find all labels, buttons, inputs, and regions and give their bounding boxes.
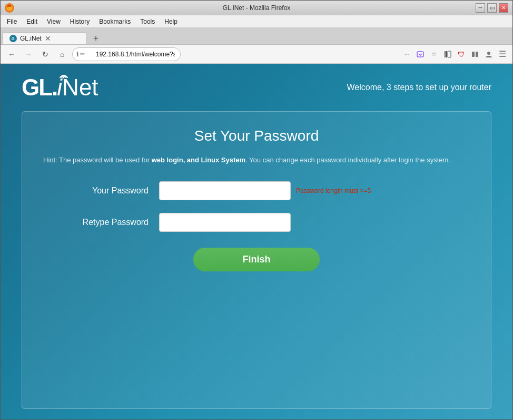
logo-inet-section: iNet: [57, 74, 98, 101]
close-button[interactable]: ✕: [499, 3, 508, 13]
svg-rect-5: [445, 51, 446, 57]
new-tab-button[interactable]: +: [89, 33, 103, 44]
logo-gl-text: GL.: [22, 74, 57, 101]
firefox-icon: [5, 3, 14, 13]
title-bar-controls: ─ ▭ ✕: [476, 3, 508, 13]
info-icon: ℹ: [76, 51, 79, 58]
finish-row: Finish: [43, 248, 470, 271]
shield-icon[interactable]: 🛡: [456, 48, 467, 60]
restore-button[interactable]: ▭: [487, 3, 497, 13]
tab-favicon: G: [9, 35, 17, 42]
svg-rect-7: [448, 51, 451, 57]
back-button[interactable]: ←: [5, 47, 18, 61]
router-header: GL. iNet Welcome, 3 steps to set up your…: [1, 64, 512, 106]
password-label: Your Password: [43, 186, 159, 196]
svg-text:G: G: [12, 36, 15, 41]
more-button[interactable]: ···: [401, 48, 412, 60]
menu-tools[interactable]: Tools: [136, 17, 159, 26]
menu-edit[interactable]: Edit: [22, 17, 42, 26]
gl-inet-logo: GL. iNet: [22, 74, 98, 101]
reload-button[interactable]: ↻: [38, 47, 52, 61]
url-input[interactable]: [72, 47, 181, 61]
minimize-button[interactable]: ─: [476, 3, 485, 13]
hint-prefix: Hint: The password will be used for: [43, 156, 152, 164]
browser-tab[interactable]: G GL.iNet ✕: [3, 32, 87, 44]
menu-help[interactable]: Help: [160, 17, 182, 26]
menu-history[interactable]: History: [66, 17, 94, 26]
svg-point-10: [487, 52, 490, 55]
address-bar: ← → ↻ ⌂ ℹ ✏ ··· ☆ 🛡: [1, 45, 512, 64]
card-title: Set Your Password: [43, 128, 470, 144]
password-row: Your Password Password length must >=5: [43, 181, 470, 200]
browser-content: GL. iNet Welcome, 3 steps to set up your…: [1, 64, 512, 419]
svg-rect-4: [417, 52, 423, 57]
address-input-wrapper: ℹ ✏: [72, 47, 398, 61]
hint-bold: web login, and Linux System: [152, 156, 245, 164]
retype-password-label: Retype Password: [43, 218, 159, 227]
password-error: Password length must >=5: [296, 187, 371, 194]
wifi-arcs-icon: [59, 72, 68, 79]
tab-title: GL.iNet: [20, 35, 42, 42]
title-bar-title: GL.iNet - Mozilla Firefox: [0, 4, 513, 12]
title-bar: GL.iNet - Mozilla Firefox ─ ▭ ✕: [1, 1, 512, 15]
menu-file[interactable]: File: [3, 17, 21, 26]
address-security-icons: ℹ ✏: [76, 51, 85, 58]
tab-close-button[interactable]: ✕: [45, 35, 51, 42]
library-icon[interactable]: [442, 48, 453, 60]
bookmark-icon[interactable]: ☆: [428, 48, 440, 60]
svg-rect-8: [472, 52, 475, 57]
svg-rect-9: [476, 52, 478, 57]
svg-point-11: [63, 77, 65, 79]
hint-text: Hint: The password will be used for web …: [43, 155, 470, 165]
pocket-icon[interactable]: [415, 48, 426, 60]
retype-password-input[interactable]: [159, 213, 291, 232]
tab-bar: G GL.iNet ✕ +: [1, 28, 512, 45]
profile-icon[interactable]: [483, 48, 495, 60]
edit-icon: ✏: [80, 51, 85, 57]
menu-bar: File Edit View History Bookmarks Tools H…: [1, 15, 512, 28]
menu-bookmarks[interactable]: Bookmarks: [95, 17, 135, 26]
title-bar-left: [5, 3, 14, 13]
home-button[interactable]: ⌂: [55, 47, 69, 61]
finish-button[interactable]: Finish: [193, 248, 320, 271]
retype-password-row: Retype Password: [43, 213, 470, 232]
forward-button[interactable]: →: [22, 47, 35, 61]
password-input[interactable]: [159, 181, 291, 200]
welcome-text: Welcome, 3 steps to set up your router: [347, 83, 492, 92]
main-card: Set Your Password Hint: The password wil…: [22, 111, 491, 409]
hint-suffix: . You can change each password individua…: [245, 156, 450, 164]
reader-view-icon[interactable]: [469, 48, 481, 60]
hamburger-menu-icon[interactable]: ☰: [497, 48, 508, 60]
svg-rect-6: [446, 51, 447, 57]
toolbar-icons: ··· ☆ 🛡 ☰: [401, 48, 508, 60]
menu-view[interactable]: View: [43, 17, 65, 26]
browser-window: GL.iNet - Mozilla Firefox ─ ▭ ✕ File Edi…: [0, 0, 513, 420]
